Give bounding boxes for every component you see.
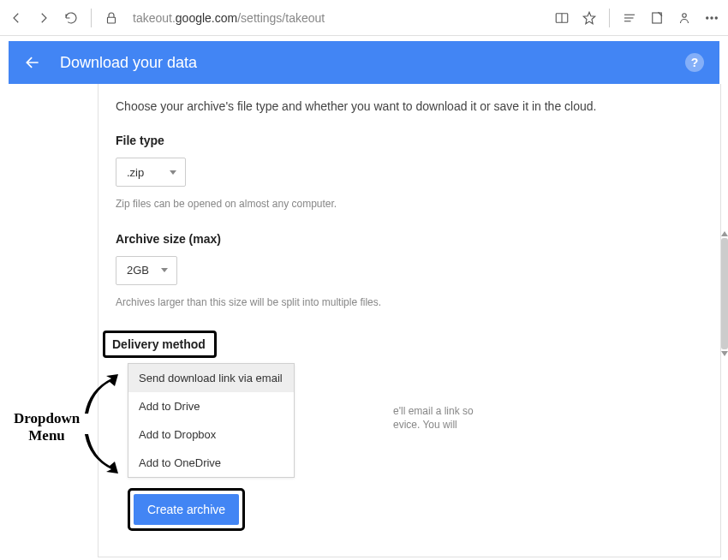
favorite-star-icon[interactable] (582, 10, 597, 26)
content-card: Choose your archive's file type and whet… (98, 84, 721, 557)
filetype-select[interactable]: .zip (116, 158, 186, 187)
back-icon[interactable] (9, 10, 24, 26)
archivesize-hint: Archives larger than this size will be s… (116, 295, 398, 310)
filetype-label: File type (116, 134, 703, 147)
delivery-dropdown-menu: Send download link via email Add to Driv… (128, 363, 295, 478)
refresh-icon[interactable] (63, 10, 79, 26)
divider (609, 9, 610, 27)
archivesize-value: 2GB (127, 264, 149, 277)
create-archive-button[interactable]: Create archive (134, 494, 239, 525)
dropdown-item-drive[interactable]: Add to Drive (128, 392, 294, 420)
delivery-label: Delivery method (112, 337, 206, 351)
intro-text: Choose your archive's file type and whet… (116, 99, 703, 113)
notes-icon[interactable] (649, 10, 665, 26)
url-path: /settings/takeout (237, 11, 325, 25)
annotation-arrow-icon (81, 372, 123, 419)
hub-icon[interactable] (622, 10, 637, 26)
archivesize-label: Archive size (max) (116, 232, 703, 246)
header-back-icon[interactable] (24, 54, 41, 71)
archivesize-select[interactable]: 2GB (116, 256, 177, 285)
page-title: Download your data (60, 54, 666, 72)
svg-point-10 (715, 16, 717, 18)
browser-top-bar: takeout.google.com/settings/takeout (0, 0, 728, 36)
url-subdomain: takeout. (133, 11, 176, 25)
dropdown-item-dropbox[interactable]: Add to Dropbox (128, 420, 294, 449)
forward-icon[interactable] (36, 10, 51, 26)
dropdown-item-onedrive[interactable]: Add to OneDrive (128, 449, 294, 477)
scrollbar[interactable] (721, 238, 728, 349)
chevron-down-icon (170, 170, 176, 175)
partial-hidden-text: e'll email a link so evice. You will (393, 404, 474, 433)
svg-rect-0 (108, 17, 116, 23)
svg-point-7 (683, 13, 687, 17)
chevron-down-icon (161, 268, 168, 272)
share-icon[interactable] (677, 10, 692, 26)
divider (91, 9, 92, 27)
page-header: Download your data ? (9, 41, 719, 84)
lock-icon (104, 10, 119, 26)
url-host: google.com (176, 11, 237, 25)
more-icon[interactable] (704, 10, 719, 26)
svg-point-8 (707, 16, 708, 18)
filetype-hint: Zip files can be opened on almost any co… (116, 197, 398, 211)
annotation-label: DropdownMenu (14, 410, 80, 444)
dropdown-item-email[interactable]: Send download link via email (128, 364, 294, 392)
svg-point-9 (711, 16, 713, 18)
reading-view-icon[interactable] (554, 10, 570, 26)
annotation-arrow-icon (81, 432, 123, 479)
annotation-box-delivery-label: Delivery method (103, 331, 217, 358)
help-icon[interactable]: ? (685, 53, 704, 72)
url-bar[interactable]: takeout.google.com/settings/takeout (131, 11, 542, 25)
filetype-value: .zip (127, 166, 144, 179)
annotation-box-create-button: Create archive (128, 488, 245, 531)
